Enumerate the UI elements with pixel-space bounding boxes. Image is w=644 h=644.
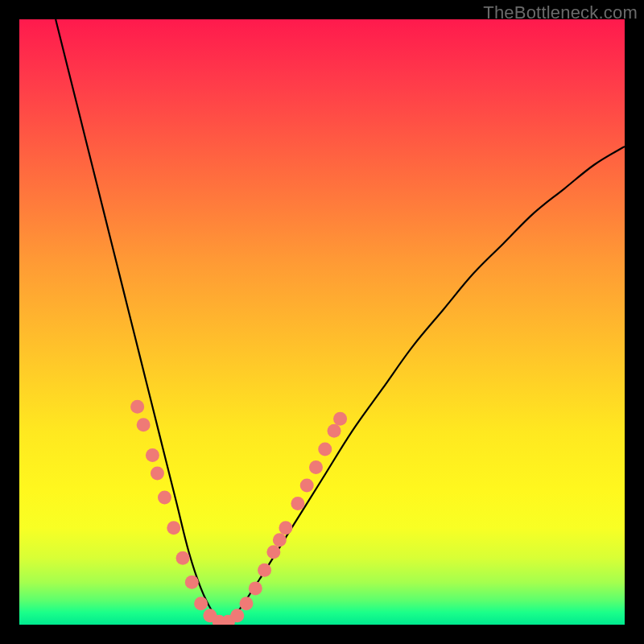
- marker-dot: [230, 609, 244, 622]
- marker-dot: [318, 442, 332, 456]
- marker-dot: [328, 424, 341, 438]
- marker-dot: [146, 448, 159, 462]
- marker-dot: [194, 597, 208, 610]
- marker-group: [130, 400, 347, 625]
- marker-dot: [258, 564, 271, 577]
- bottleneck-curve-line: [56, 19, 625, 625]
- marker-dot: [130, 400, 144, 414]
- marker-dot: [333, 412, 347, 426]
- marker-dot: [151, 467, 164, 481]
- plot-area: [19, 19, 625, 625]
- marker-dot: [167, 521, 180, 535]
- marker-dot: [185, 576, 199, 589]
- marker-dot: [291, 497, 304, 510]
- marker-dot: [309, 460, 323, 474]
- marker-dot: [266, 545, 280, 559]
- marker-dot: [240, 597, 254, 610]
- chart-frame: TheBottleneck.com: [0, 0, 644, 644]
- marker-dot: [176, 551, 190, 565]
- watermark-text: TheBottleneck.com: [483, 2, 638, 23]
- marker-dot: [158, 491, 171, 505]
- marker-dot: [300, 479, 314, 493]
- chart-svg: [19, 19, 625, 625]
- marker-dot: [279, 521, 292, 535]
- marker-dot: [273, 533, 287, 547]
- marker-dot: [249, 581, 262, 595]
- marker-dot: [137, 418, 151, 431]
